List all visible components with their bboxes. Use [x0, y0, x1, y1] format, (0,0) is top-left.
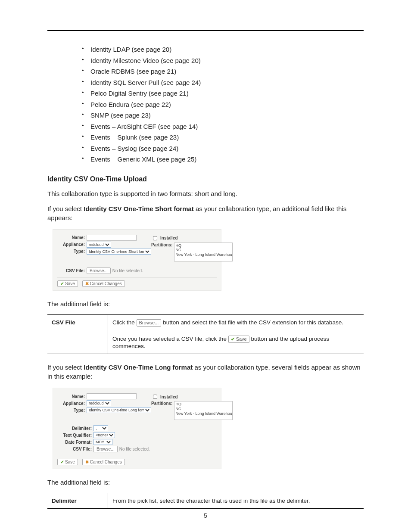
browse-inline-button: Browse... [137, 319, 162, 327]
date-format-select[interactable]: MDY [93, 439, 112, 445]
list-item-text: Pelco Digital Sentry (see page 21) [90, 90, 189, 97]
table-head-csvfile: CSV File [47, 314, 108, 354]
installed-checkbox[interactable] [153, 236, 157, 240]
partitions-listbox[interactable]: HQ NC New York - Long Island Warehouse [174, 401, 233, 420]
cancel-button[interactable]: ✖Cancel Changes [82, 280, 125, 287]
browse-label: Browse... [90, 268, 108, 273]
intro-paragraph: This collaboration type is supported in … [47, 189, 364, 198]
x-icon: ✖ [85, 281, 89, 286]
text-qualifier-label: Text Qualifier: [57, 433, 93, 438]
save-inline-button: ✔Save [228, 336, 249, 343]
text-fragment: Once you have selected a CSV file, click… [112, 336, 228, 342]
browse-button[interactable]: Browse... [93, 446, 118, 452]
list-item-text: Identity Milestone Video (see page 20) [90, 57, 201, 64]
section-heading: Identity CSV One-Time Upload [47, 175, 364, 183]
table-cell: Click the Browse... button and select th… [108, 314, 364, 331]
list-item: Events – ArcSight CEF (see page 14) [82, 121, 364, 132]
additional-field-intro: The additional field is: [47, 299, 364, 308]
text-fragment: If you select [47, 205, 84, 212]
name-input[interactable] [87, 235, 137, 241]
installed-label: Installed [160, 236, 178, 240]
long-format-paragraph: If you select Identity CSV One-Time Long… [47, 363, 364, 381]
list-item: Events – Generic XML (see page 25) [82, 154, 364, 165]
list-item: Pelco Endura (see page 22) [82, 99, 364, 110]
browse-button[interactable]: Browse... [87, 268, 111, 274]
list-item: Events – Splunk (see page 23) [82, 132, 364, 143]
list-item-text: Identity LDAP (see page 20) [90, 46, 171, 53]
partition-item: HQ [175, 243, 231, 248]
list-item: Identity LDAP (see page 20) [82, 44, 364, 55]
table-head-delimiter: Delimiter [47, 493, 108, 509]
appliance-label: Appliance: [57, 401, 87, 406]
type-select[interactable]: Identity CSV One-time Long format [87, 407, 151, 413]
delimiter-table: Delimiter From the pick list, select the… [47, 493, 364, 509]
partition-item: NC [175, 248, 231, 252]
installed-label: Installed [160, 395, 178, 399]
partition-item: New York - Long Island Warehouse [175, 252, 231, 257]
table-cell: Once you have selected a CSV file, click… [108, 331, 364, 354]
additional-field-intro-2: The additional field is: [47, 478, 364, 487]
table-cell: From the pick list, select the character… [108, 493, 364, 509]
list-item: Events – Syslog (see page 24) [82, 143, 364, 154]
cancel-label: Cancel Changes [90, 281, 122, 286]
cancel-label: Cancel Changes [90, 460, 122, 464]
csvfile-label: CSV File: [57, 268, 87, 273]
list-item-text: SNMP (see page 23) [90, 112, 151, 119]
text-fragment: button and select the flat file with the… [161, 319, 343, 326]
text-fragment: If you select [47, 364, 84, 371]
nofile-text: No file selected. [119, 447, 150, 451]
text-bold: Identity CSV One-Time Short format [84, 205, 194, 212]
csv-file-table: CSV File Click the Browse... button and … [47, 314, 364, 355]
type-label: Type: [57, 249, 87, 254]
partitions-label: Partitions: [151, 401, 174, 406]
list-item-text: Events – ArcSight CEF (see page 14) [90, 123, 198, 130]
page-number: 5 [0, 512, 411, 519]
check-icon: ✔ [60, 460, 64, 464]
list-item-text: Oracle RDBMS (see page 21) [90, 68, 176, 75]
partition-item: HQ [175, 402, 231, 407]
csvfile-label: CSV File: [57, 447, 93, 451]
name-label: Name: [57, 235, 87, 240]
check-icon: ✔ [231, 336, 235, 342]
top-rule [47, 30, 364, 31]
partition-item: NC [175, 407, 231, 411]
figure-short-format: Name: Appliance:redcloud Type:Identity C… [53, 229, 221, 291]
cancel-button[interactable]: ✖Cancel Changes [82, 459, 125, 465]
text-bold: Identity CSV One-Time Long format [84, 364, 193, 371]
save-label: Save [65, 460, 75, 464]
type-select[interactable]: Identity CSV One-time Short format [87, 249, 151, 255]
list-item-text: Identity SQL Server Pull (see page 24) [90, 79, 201, 86]
browse-label: Browse... [139, 320, 159, 326]
text-qualifier-select[interactable]: <none> [93, 432, 115, 438]
partition-item: New York - Long Island Warehouse [175, 411, 231, 416]
save-button[interactable]: ✔Save [57, 459, 78, 465]
save-button[interactable]: ✔Save [57, 280, 78, 287]
list-item-text: Events – Generic XML (see page 25) [90, 156, 196, 163]
name-label: Name: [57, 394, 87, 399]
partitions-listbox[interactable]: HQ NC New York - Long Island Warehouse [174, 243, 233, 261]
list-item: Identity Milestone Video (see page 20) [82, 55, 364, 66]
figure-long-format: Name: Appliance:redcloud Type:Identity C… [53, 388, 221, 469]
nofile-text: No file selected. [112, 268, 143, 273]
text-fragment: Click the [112, 319, 137, 326]
list-item-text: Pelco Endura (see page 22) [90, 101, 171, 108]
type-label: Type: [57, 408, 87, 413]
bullet-list: Identity LDAP (see page 20) Identity Mil… [47, 44, 364, 165]
list-item: Pelco Digital Sentry (see page 21) [82, 88, 364, 99]
date-format-label: Date Format: [57, 440, 93, 445]
x-icon: ✖ [85, 460, 89, 464]
browse-label: Browse... [97, 447, 115, 451]
name-input[interactable] [87, 393, 137, 399]
appliance-select[interactable]: redcloud [87, 400, 111, 406]
appliance-label: Appliance: [57, 242, 87, 247]
list-item: Oracle RDBMS (see page 21) [82, 66, 364, 77]
list-item: Identity SQL Server Pull (see page 24) [82, 77, 364, 88]
list-item-text: Events – Splunk (see page 23) [90, 134, 179, 141]
delimiter-select[interactable]: , [93, 425, 108, 431]
save-label: Save [236, 336, 247, 342]
appliance-select[interactable]: redcloud [87, 242, 111, 248]
short-format-paragraph: If you select Identity CSV One-Time Shor… [47, 204, 364, 222]
installed-checkbox[interactable] [153, 395, 157, 399]
delimiter-label: Delimiter: [57, 426, 93, 431]
partitions-label: Partitions: [151, 243, 174, 247]
